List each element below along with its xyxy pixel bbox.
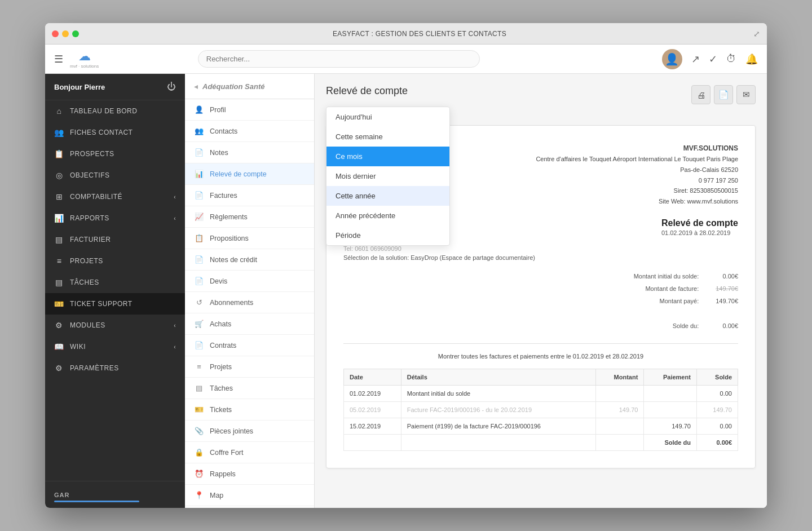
- client-nav-projets[interactable]: ≡ Projets: [185, 356, 314, 378]
- sidebar-item-parametres[interactable]: ⚙ PARAMÈTRES: [45, 357, 185, 379]
- client-nav-contacts[interactable]: 👥 Contacts: [185, 121, 314, 142]
- sidebar-item-label: MODULES: [70, 321, 105, 329]
- notes-icon: 📄: [194, 148, 204, 157]
- dropdown-item-mois-dernier[interactable]: Mois dernier: [326, 166, 449, 186]
- cell-detail: Paiement (#199) de la facture FAC-2019/0…: [401, 418, 595, 434]
- email-button[interactable]: ✉: [736, 85, 756, 104]
- gar-progress-bar: [54, 501, 139, 502]
- client-nav-taches[interactable]: ▤ Tâches: [185, 378, 314, 399]
- tickets-icon: 🎫: [194, 405, 204, 414]
- doc-summary-values: 0.00€ 149.70€ 149.70€ 0.00€: [716, 270, 738, 332]
- dropdown-item-aujourd-hui[interactable]: Aujourd'hui: [326, 107, 449, 127]
- avatar[interactable]: 👤: [662, 49, 682, 69]
- share-icon[interactable]: ↗: [691, 53, 700, 65]
- menu-icon[interactable]: ☰: [54, 53, 63, 65]
- client-nav-notes-credit[interactable]: 📄 Notes de crédit: [185, 249, 314, 271]
- dropdown-item-periode[interactable]: Période: [326, 225, 449, 245]
- dropdown-item-cette-semaine[interactable]: Cette semaine: [326, 127, 449, 147]
- footer-solde-value: 0.00€: [696, 434, 738, 450]
- client-nav-propositions[interactable]: 📋 Propositions: [185, 228, 314, 249]
- sidebar-item-label: TABLEAU DE BORD: [70, 107, 137, 115]
- print-button[interactable]: 🖨: [691, 85, 710, 104]
- doc-divider: [343, 343, 738, 344]
- clock-icon[interactable]: ⏱: [726, 53, 736, 65]
- col-date: Date: [344, 369, 401, 385]
- doc-summary: Montant initial du solde: Montant de fac…: [343, 270, 738, 332]
- sidebar-item-comptabilite[interactable]: ⊞ COMPTABILITÉ ‹: [45, 186, 185, 207]
- traffic-lights: [52, 30, 79, 37]
- sidebar-item-ticket-support[interactable]: 🎫 TICKET SUPPORT: [45, 293, 185, 315]
- client-nav-pieces-jointes[interactable]: 📎 Pièces jointes: [185, 421, 314, 442]
- bell-icon[interactable]: 🔔: [745, 53, 758, 65]
- client-nav-label: Tâches: [210, 384, 233, 392]
- sidebar-item-label: TÂCHES: [70, 278, 99, 286]
- client-nav-tickets[interactable]: 🎫 Tickets: [185, 399, 314, 421]
- main-panel: Relevé de compte 🖨 📄 ✉ Aujourd'hui Cette…: [315, 74, 767, 508]
- client-panel-header: ◂ Adéquation Santé: [185, 74, 314, 99]
- footer-empty3: [596, 434, 644, 450]
- client-nav-profil[interactable]: 👤 Profil: [185, 99, 314, 121]
- client-nav-map[interactable]: 📍 Map: [185, 485, 314, 506]
- footer-empty1: [344, 434, 401, 450]
- logo: ☁ mvf · solutions: [70, 49, 99, 69]
- client-nav-notes[interactable]: 📄 Notes: [185, 142, 314, 163]
- client-nav-abonnements[interactable]: ↺ Abonnements: [185, 292, 314, 313]
- dropdown-item-cette-annee[interactable]: Cette année: [326, 186, 449, 206]
- sidebar-item-fiches-contact[interactable]: 👥 FICHES CONTACT: [45, 122, 185, 143]
- minimize-button[interactable]: [62, 30, 69, 37]
- expand-icon[interactable]: ⤢: [753, 29, 760, 38]
- dropdown-item-annee-precedente[interactable]: Année précédente: [326, 206, 449, 225]
- sidebar-item-label: OBJECTIFS: [70, 171, 110, 179]
- col-details: Détails: [401, 369, 595, 385]
- cell-detail: Facture FAC-2019/000196 - du le 20.02.20…: [401, 401, 595, 418]
- taches-icon: ▤: [54, 278, 64, 287]
- arrow-icon: ‹: [174, 344, 176, 350]
- pdf-button[interactable]: 📄: [714, 85, 733, 104]
- cell-paiement: [644, 401, 697, 418]
- sidebar-item-label: TICKET SUPPORT: [70, 300, 133, 308]
- logo-subtitle: mvf · solutions: [70, 64, 99, 69]
- sidebar-item-facturier[interactable]: ▤ FACTURIER: [45, 229, 185, 250]
- check-icon[interactable]: ✓: [709, 53, 717, 65]
- sidebar-item-prospects[interactable]: 📋 PROSPECTS: [45, 143, 185, 165]
- client-nav-achats[interactable]: 🛒 Achats: [185, 313, 314, 335]
- sidebar-item-projets[interactable]: ≡ PROJETS: [45, 250, 185, 272]
- sidebar-item-label: PROSPECTS: [70, 150, 114, 158]
- client-nav-reglements[interactable]: 📈 Règlements: [185, 206, 314, 228]
- client-nav-rappels[interactable]: ⏰ Rappels: [185, 463, 314, 485]
- sidebar-item-modules[interactable]: ⚙ MODULES ‹: [45, 315, 185, 336]
- client-nav-contrats[interactable]: 📄 Contrats: [185, 335, 314, 356]
- titlebar: EASYFACT : GESTION DES CLIENTS ET CONTAC…: [45, 23, 767, 45]
- parametres-icon: ⚙: [54, 364, 64, 373]
- doc-releve-date: 01.02.2019 à 28.02.2019: [661, 229, 738, 236]
- close-button[interactable]: [52, 30, 59, 37]
- pieces-jointes-icon: 📎: [194, 427, 204, 435]
- period-dropdown[interactable]: Aujourd'hui Cette semaine Ce mois Mois d…: [326, 107, 450, 246]
- table-row: 05.02.2019 Facture FAC-2019/000196 - du …: [344, 401, 738, 418]
- table-row: 01.02.2019 Montant initial du solde 0.00: [344, 385, 738, 401]
- search-bar[interactable]: [198, 50, 480, 68]
- cell-solde: 0.00: [696, 418, 738, 434]
- sidebar-item-rapports[interactable]: 📊 RAPPORTS ‹: [45, 207, 185, 229]
- reglements-icon: 📈: [194, 213, 204, 221]
- map-icon: 📍: [194, 491, 204, 499]
- dropdown-item-ce-mois[interactable]: Ce mois: [326, 147, 449, 166]
- sidebar-item-tableau-de-bord[interactable]: ⌂ TABLEAU DE BORD: [45, 100, 185, 122]
- sidebar-item-taches[interactable]: ▤ TÂCHES: [45, 272, 185, 293]
- power-icon[interactable]: ⏻: [167, 82, 176, 92]
- footer-empty2: [401, 434, 595, 450]
- cell-date: 05.02.2019: [344, 401, 401, 418]
- client-nav-label: Pièces jointes: [210, 427, 253, 435]
- sidebar-item-objectifs[interactable]: ◎ OBJECTIFS: [45, 165, 185, 186]
- sidebar-item-wiki[interactable]: 📖 WIKI ‹: [45, 336, 185, 357]
- company-phone: 0 977 197 250: [536, 175, 738, 186]
- client-nav-devis[interactable]: 📄 Devis: [185, 271, 314, 292]
- back-arrow-icon[interactable]: ◂: [194, 82, 198, 91]
- maximize-button[interactable]: [72, 30, 79, 37]
- search-input[interactable]: [198, 50, 480, 68]
- client-nav-releve[interactable]: 📊 Relevé de compte: [185, 163, 314, 185]
- client-nav-coffre-fort[interactable]: 🔒 Coffre Fort: [185, 442, 314, 463]
- client-nav-label: Notes: [210, 149, 228, 157]
- devis-icon: 📄: [194, 277, 204, 285]
- client-nav-factures[interactable]: 📄 Factures: [185, 185, 314, 206]
